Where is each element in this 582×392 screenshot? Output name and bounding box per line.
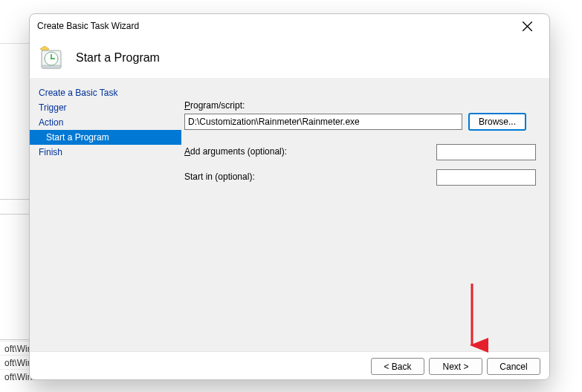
titlebar: Create Basic Task Wizard xyxy=(30,14,549,38)
program-script-label: Program/script: xyxy=(184,100,536,111)
start-in-label: Start in (optional): xyxy=(184,172,255,182)
program-script-input[interactable] xyxy=(184,114,462,130)
sidebar-item-finish[interactable]: Finish xyxy=(30,145,181,160)
start-in-input[interactable] xyxy=(436,169,536,186)
cancel-button[interactable]: Cancel xyxy=(487,358,540,375)
wizard-footer: < Back Next > Cancel xyxy=(30,351,549,380)
add-arguments-label: Add arguments (optional): xyxy=(184,146,287,157)
svg-point-7 xyxy=(51,58,52,59)
svg-rect-3 xyxy=(42,65,61,68)
clock-icon xyxy=(39,46,62,70)
close-button[interactable] xyxy=(512,16,542,36)
add-arguments-input[interactable] xyxy=(436,144,536,160)
form-area: Program/script: Browse... Add arguments … xyxy=(181,78,549,351)
wizard-header: Start a Program xyxy=(30,38,549,78)
page-title: Start a Program xyxy=(76,51,160,65)
back-button[interactable]: < Back xyxy=(371,358,424,375)
wizard-body: Create a Basic Task Trigger Action Start… xyxy=(30,78,549,351)
browse-button[interactable]: Browse... xyxy=(468,113,526,131)
wizard-dialog: Create Basic Task Wizard Start a Program… xyxy=(29,13,550,380)
window-title: Create Basic Task Wizard xyxy=(37,21,139,31)
sidebar-item-create-basic-task[interactable]: Create a Basic Task xyxy=(30,85,181,100)
close-icon xyxy=(523,22,532,31)
next-button[interactable]: Next > xyxy=(429,358,482,375)
sidebar: Create a Basic Task Trigger Action Start… xyxy=(30,78,181,351)
sidebar-item-trigger[interactable]: Trigger xyxy=(30,100,181,115)
sidebar-item-action[interactable]: Action xyxy=(30,115,181,130)
sidebar-item-start-a-program[interactable]: Start a Program xyxy=(30,130,181,145)
